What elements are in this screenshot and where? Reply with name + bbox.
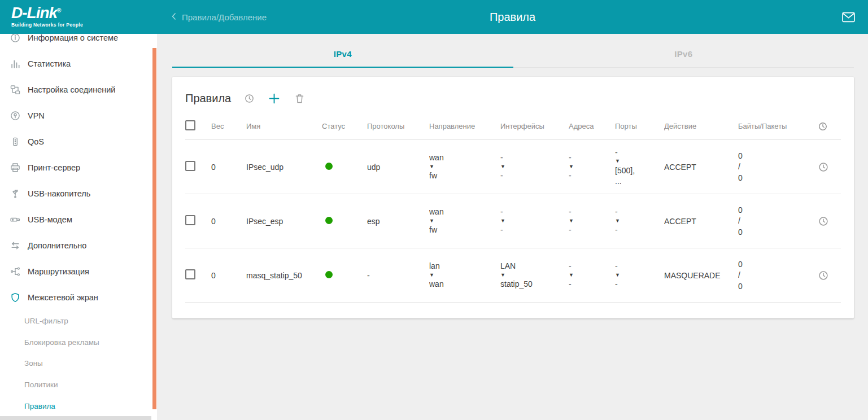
interfaces-cell: - ▼ -: [500, 207, 569, 235]
breadcrumb[interactable]: Правила/Добавление: [168, 0, 267, 34]
sidebar-item-label: QoS: [28, 137, 44, 146]
sidebar-item-system-info[interactable]: Информация о системе: [0, 34, 157, 51]
mail-icon[interactable]: [841, 10, 856, 24]
weight-cell: 0: [211, 217, 246, 226]
row-checkbox[interactable]: [185, 269, 195, 279]
addresses-to: -: [569, 279, 610, 289]
arrow-down-icon: ▼: [429, 272, 496, 279]
sidebar-item-qos[interactable]: QoS: [0, 129, 157, 155]
sidebar-item-usb-storage[interactable]: USB-накопитель: [0, 181, 157, 207]
ports-to: [500],: [615, 165, 660, 176]
row-checkbox[interactable]: [185, 161, 195, 171]
arrow-down-icon: ▼: [429, 218, 496, 225]
direction-cell: wan ▼ fw: [429, 207, 500, 235]
row-checkbox[interactable]: [185, 215, 195, 225]
col-weight: Вес: [211, 122, 246, 130]
name-cell: IPsec_udp: [246, 163, 322, 172]
arrow-down-icon: ▼: [500, 272, 564, 279]
bytes-value: 0: [738, 259, 813, 269]
bytes-separator: /: [738, 161, 813, 172]
sidebar-item-advanced[interactable]: Дополнительно: [0, 233, 157, 259]
bytes-packets-cell: 0 / 0: [738, 151, 818, 183]
table-row-ipsec-esp[interactable]: 0 IPsec_esp esp wan ▼ fw - ▼ -: [185, 194, 841, 248]
sidebar-item-statistics[interactable]: Статистика: [0, 51, 157, 77]
interfaces-to: -: [500, 225, 564, 235]
sidebar-subitem-ad-blocking[interactable]: Блокировка рекламы: [0, 332, 157, 353]
col-protocols: Протоколы: [367, 122, 429, 130]
interfaces-to: -: [500, 170, 564, 181]
sidebar-item-usb-modem[interactable]: USB-модем: [0, 207, 157, 233]
sidebar-item-print-server[interactable]: Принт-сервер: [0, 155, 157, 181]
packets-value: 0: [738, 281, 813, 291]
sidebar-item-routing[interactable]: Маршрутизация: [0, 259, 157, 285]
sidebar-horizontal-scrollbar[interactable]: [0, 416, 151, 420]
tab-ipv6[interactable]: IPv6: [513, 38, 854, 67]
interfaces-cell: LAN ▼ statip_50: [500, 261, 569, 289]
interfaces-to: statip_50: [500, 279, 564, 289]
arrow-down-icon: ▼: [615, 272, 660, 279]
action-cell: ACCEPT: [664, 217, 738, 226]
col-schedule-icon: [818, 121, 841, 132]
col-interfaces: Интерфейсы: [500, 122, 569, 130]
sidebar-subitem-url-filter[interactable]: URL-фильтр: [0, 310, 157, 332]
sidebar-item-label: Информация о системе: [28, 34, 118, 42]
breadcrumb-label: Правила/Добавление: [182, 12, 267, 22]
sidebar-subitem-policies[interactable]: Политики: [0, 374, 157, 396]
ports-cell: - ▼ [500], ...: [615, 147, 664, 186]
routing-icon: [9, 265, 21, 278]
select-all-checkbox[interactable]: [185, 120, 195, 130]
add-rule-button[interactable]: [267, 91, 282, 106]
logo-registered-mark: ®: [57, 7, 60, 14]
app-root: D-Link® Building Networks for People Пра…: [0, 0, 868, 420]
ports-cell: - ▼ -: [615, 207, 664, 235]
col-addresses: Адреса: [569, 122, 615, 130]
sidebar-item-label: VPN: [28, 111, 45, 120]
header-bar: Правила Правила/Добавление: [157, 0, 868, 34]
delete-rule-button[interactable]: [294, 93, 306, 104]
tab-ipv4[interactable]: IPv4: [172, 38, 513, 67]
arrow-down-icon: ▼: [500, 164, 564, 170]
action-cell: MASQUERADE: [664, 271, 738, 280]
sidebar-item-label: Статистика: [28, 59, 71, 68]
addresses-to: -: [569, 225, 610, 235]
logo-tagline: Building Networks for People: [11, 22, 157, 28]
table-row-ipsec-udp[interactable]: 0 IPsec_udp udp wan ▼ fw - ▼ -: [185, 140, 841, 194]
weight-cell: 0: [211, 163, 246, 172]
sidebar-item-connections[interactable]: Настройка соединений: [0, 77, 157, 103]
sidebar-vertical-scrollbar[interactable]: [152, 48, 156, 409]
usb-drive-icon: [9, 187, 21, 200]
sidebar-item-vpn[interactable]: VPN: [0, 103, 157, 129]
arrow-down-icon: ▼: [569, 272, 610, 279]
ports-to: -: [615, 225, 660, 235]
arrow-down-icon: ▼: [569, 164, 610, 170]
printer-icon: [9, 161, 21, 174]
sidebar-item-firewall[interactable]: Межсетевой экран: [0, 285, 157, 310]
protocols-cell: udp: [367, 163, 429, 172]
interfaces-cell: - ▼ -: [500, 152, 569, 181]
app-header: D-Link® Building Networks for People Пра…: [0, 0, 868, 34]
direction-from: lan: [429, 261, 496, 271]
schedule-icon[interactable]: [244, 93, 255, 104]
addresses-cell: - ▼ -: [569, 207, 615, 235]
info-icon: [9, 34, 21, 44]
sidebar-subitem-zones[interactable]: Зоны: [0, 353, 157, 374]
ports-to: -: [615, 279, 660, 289]
action-cell: ACCEPT: [664, 163, 738, 172]
bytes-separator: /: [738, 270, 813, 280]
addresses-from: -: [569, 261, 610, 271]
direction-from: wan: [429, 152, 496, 163]
direction-from: wan: [429, 207, 496, 217]
bytes-value: 0: [738, 205, 813, 215]
row-schedule-icon[interactable]: [818, 161, 841, 173]
status-enabled-dot: [325, 163, 333, 170]
table-row-masq-statip-50[interactable]: 0 masq_statip_50 - lan ▼ wan LAN ▼ stati…: [185, 248, 841, 303]
col-bytes-packets: Байты/Пакеты: [738, 122, 818, 130]
name-cell: IPsec_esp: [246, 217, 322, 226]
row-schedule-icon[interactable]: [818, 270, 841, 281]
arrow-down-icon: ▼: [569, 218, 610, 225]
sidebar-subitem-rules[interactable]: Правила: [0, 395, 157, 417]
table-header-row: Вес Имя Статус Протоколы Направление Инт…: [185, 113, 841, 140]
row-schedule-icon[interactable]: [818, 216, 841, 227]
rules-card: Правила Вес Имя Статус Прото: [172, 77, 854, 318]
sidebar-item-label: Настройка соединений: [28, 85, 115, 94]
